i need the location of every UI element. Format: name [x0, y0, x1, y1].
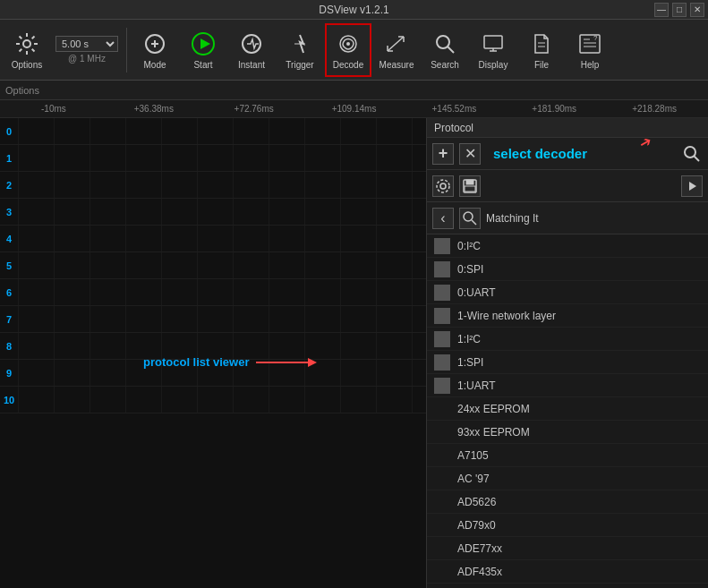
minimize-button[interactable]: —: [654, 3, 669, 17]
decoder-item-name: AD79x0: [457, 519, 496, 532]
help-icon: ?: [576, 30, 604, 58]
decoder-list-item[interactable]: ADNS-5020: [427, 584, 708, 588]
restore-button[interactable]: □: [672, 3, 687, 17]
channel-num-10: 10: [0, 395, 18, 405]
decoder-list-item[interactable]: 1:UART: [427, 374, 708, 397]
decoder-list-item[interactable]: A7105: [427, 444, 708, 467]
decoder-list-item[interactable]: AD79x0: [427, 514, 708, 537]
channel-row-6: 6: [0, 279, 426, 306]
decoder-color-indicator: [434, 331, 450, 347]
decoder-save-button[interactable]: [459, 175, 481, 197]
svg-text:?: ?: [593, 34, 598, 42]
titlebar: DSView v1.2.1 — □ ✕: [0, 0, 708, 20]
timeline-mark-1: +36.38ms: [104, 104, 204, 114]
channel-row-3: 3: [0, 199, 426, 226]
channel-row-0: 0: [0, 118, 426, 145]
decoder-list-item[interactable]: 1-Wire network layer: [427, 304, 708, 328]
timeline-mark-4: +145.52ms: [404, 104, 504, 114]
timeline-mark-3: +109.14ms: [304, 104, 405, 114]
decoder-search-icon[interactable]: [681, 143, 703, 165]
instant-label: Instant: [238, 60, 265, 70]
decoder-item-name: AC '97: [457, 473, 490, 485]
channel-num-2: 2: [0, 180, 18, 191]
decoder-list-item[interactable]: 0:SPI: [427, 258, 708, 281]
decoder-color-indicator: [434, 354, 450, 371]
help-label: Help: [581, 60, 600, 70]
svg-line-29: [472, 220, 476, 225]
measure-button[interactable]: Measure: [373, 23, 420, 77]
decoder-list-item[interactable]: AD5626: [427, 490, 708, 514]
decoder-right-nav[interactable]: [681, 175, 703, 197]
help-button[interactable]: ? Help: [567, 23, 613, 77]
decoder-settings-button[interactable]: [432, 175, 454, 197]
decode-button[interactable]: Decode: [325, 23, 371, 77]
search-toolbar-button[interactable]: Search: [422, 23, 468, 77]
channel-row-10: 10: [0, 387, 426, 413]
decoder-item-name: 93xx EEPROM: [457, 426, 530, 439]
display-button[interactable]: Display: [470, 23, 516, 77]
file-label: File: [534, 60, 549, 70]
decoder-item-name: 24xx EEPROM: [457, 403, 530, 415]
channel-num-3: 3: [0, 207, 18, 217]
decoder-list-item[interactable]: 24xx EEPROM: [427, 397, 708, 421]
start-button[interactable]: Start: [180, 23, 226, 77]
app-title: DSView v1.2.1: [319, 4, 389, 16]
decoder-item-name: 1:SPI: [457, 356, 483, 369]
timeline-mark-6: +218.28ms: [604, 104, 704, 114]
decoder-back-button[interactable]: ‹: [432, 208, 454, 229]
measure-label: Measure: [380, 60, 414, 70]
trigger-button[interactable]: Trigger: [277, 23, 323, 77]
time-selector: 5.00 s @ 1 MHz: [52, 36, 122, 64]
channel-num-9: 9: [0, 368, 18, 379]
decoder-list-item[interactable]: 0:UART: [427, 281, 708, 304]
protocol-title: Protocol: [434, 122, 473, 134]
decoder-list-item[interactable]: ADE77xx: [427, 537, 708, 560]
svg-line-9: [448, 47, 454, 53]
decoder-item-name: 1:I²C: [457, 333, 481, 345]
instant-icon: [237, 30, 266, 58]
channel-num-4: 4: [0, 234, 18, 244]
decoder-list-item[interactable]: AC '97: [427, 467, 708, 490]
channel-num-1: 1: [0, 153, 18, 164]
channel-row-7: 7: [0, 306, 426, 333]
freq-label: @ 1 MHz: [68, 54, 106, 64]
decoder-list-item[interactable]: 93xx EEPROM: [427, 421, 708, 444]
svg-line-21: [694, 156, 699, 161]
channel-row-1: 1: [0, 145, 426, 172]
close-decoder-button[interactable]: ✕: [459, 143, 481, 165]
svg-point-28: [464, 212, 473, 221]
close-button[interactable]: ✕: [690, 3, 704, 17]
decode-label: Decode: [333, 60, 363, 70]
decoder-list-item[interactable]: 0:I²C: [427, 234, 708, 258]
toolbar-separator-1: [126, 28, 127, 72]
trigger-label: Trigger: [286, 60, 313, 70]
channel-wave-0: [18, 118, 426, 144]
file-button[interactable]: File: [518, 23, 565, 77]
options-button[interactable]: Options: [4, 23, 50, 77]
channel-row-5: 5: [0, 252, 426, 279]
protocol-list-label: protocol list viewer: [143, 355, 249, 369]
channel-num-5: 5: [0, 260, 18, 271]
search-toolbar-icon: [431, 30, 459, 58]
channel-row-4: 4: [0, 226, 426, 252]
decoder-color-indicator: [434, 308, 450, 324]
waveform-area[interactable]: 0 1 2 3 4 5 6 7: [0, 118, 426, 588]
add-decoder-button[interactable]: +: [432, 143, 454, 165]
svg-rect-26: [465, 186, 475, 192]
decoder-list[interactable]: 0:I²C0:SPI0:UART1-Wire network layer1:I²…: [427, 234, 708, 588]
svg-point-23: [437, 180, 449, 192]
decoder-color-indicator: [434, 261, 450, 277]
instant-button[interactable]: Instant: [228, 23, 275, 77]
mode-button[interactable]: Mode: [132, 23, 178, 77]
decoder-search-filter-button[interactable]: [459, 208, 481, 229]
decoder-list-item[interactable]: 1:I²C: [427, 328, 708, 351]
options-label: Options: [12, 60, 42, 70]
decoder-list-item[interactable]: ADF435x: [427, 560, 708, 584]
options-icon: [13, 30, 41, 58]
decoder-color-indicator: [434, 285, 450, 301]
search-toolbar-label: Search: [431, 60, 459, 70]
decoder-item-name: 0:UART: [457, 286, 495, 299]
decoder-item-name: 1:UART: [457, 379, 495, 392]
decoder-list-item[interactable]: 1:SPI: [427, 351, 708, 374]
time-select[interactable]: 5.00 s: [55, 36, 118, 52]
